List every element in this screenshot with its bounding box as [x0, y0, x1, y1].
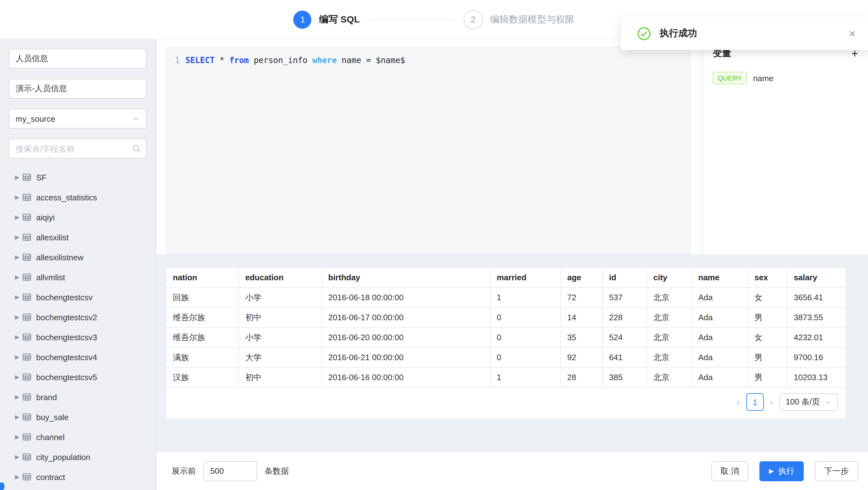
caret-right-icon[interactable]: ▶ [15, 314, 23, 320]
table-name: city_population [36, 452, 90, 462]
step-2[interactable]: 2 编辑数据模型与权限 [463, 10, 575, 29]
tree-item-bochengtestcsv3[interactable]: ▶bochengtestcsv3 [9, 327, 147, 347]
tree-item-buy_sale[interactable]: ▶buy_sale [9, 407, 147, 427]
toast-close-button[interactable]: × [849, 28, 856, 39]
tree-item-bochengtestcsv2[interactable]: ▶bochengtestcsv2 [9, 307, 147, 327]
caret-right-icon[interactable]: ▶ [15, 454, 23, 460]
dataset-name-input[interactable] [9, 49, 147, 69]
table-grid-icon [23, 233, 31, 242]
search-box [9, 139, 147, 158]
results-header-row: nationeducationbirthdaymarriedageidcityn… [166, 268, 846, 287]
variable-item[interactable]: QUERYname [713, 72, 858, 84]
caret-right-icon[interactable]: ▶ [15, 434, 23, 440]
column-header: name [692, 268, 748, 287]
variable-type-tag: QUERY [713, 72, 747, 84]
caret-right-icon[interactable]: ▶ [15, 474, 23, 480]
variable-list: QUERYname [713, 72, 858, 84]
table-cell: 2016-06-18 00:00:00 [322, 287, 490, 307]
step-1[interactable]: 1 编写 SQL [293, 10, 360, 28]
results-section: nationeducationbirthdaymarriedageidcityn… [157, 267, 868, 418]
table-cell: 男 [748, 307, 787, 327]
caret-right-icon[interactable]: ▶ [15, 254, 23, 260]
table-cell: 0 [490, 347, 561, 367]
tree-item-allvmlist[interactable]: ▶allvmlist [9, 267, 147, 287]
tree-item-aiqiyi[interactable]: ▶aiqiyi [9, 207, 147, 227]
table-cell: 男 [748, 367, 787, 387]
caret-right-icon[interactable]: ▶ [15, 174, 23, 180]
next-page-button[interactable]: › [770, 397, 773, 407]
table-cell: 35 [561, 327, 602, 347]
toast-message: 执行成功 [659, 27, 697, 39]
search-icon [132, 144, 141, 153]
tree-item-brand[interactable]: ▶brand [9, 387, 147, 407]
tree-item-bochengtestcsv[interactable]: ▶bochengtestcsv [9, 287, 147, 307]
caret-right-icon[interactable]: ▶ [15, 374, 23, 380]
prev-page-button[interactable]: ‹ [737, 397, 740, 407]
sql-token: person_info [249, 56, 313, 65]
caret-right-icon[interactable]: ▶ [15, 274, 23, 280]
table-row: 回族小学2016-06-18 00:00:00172537北京Ada女3656.… [166, 287, 846, 307]
page-size-select[interactable]: 100 条/页 [779, 393, 838, 411]
column-header: education [239, 268, 322, 287]
current-page-button[interactable]: 1 [746, 393, 764, 411]
tree-item-bochengtestcsv4[interactable]: ▶bochengtestcsv4 [9, 347, 147, 367]
page-size-value: 100 条/页 [786, 396, 820, 408]
upper-panel: 1 SELECT * from person_info where name =… [157, 39, 868, 254]
caret-right-icon[interactable]: ▶ [15, 234, 23, 240]
cancel-button[interactable]: 取 消 [711, 461, 748, 481]
sidebar-scroll-indicator[interactable] [0, 483, 4, 490]
step-2-label: 编辑数据模型与权限 [490, 13, 575, 25]
caret-right-icon[interactable]: ▶ [15, 294, 23, 300]
search-input[interactable] [9, 139, 147, 158]
tree-item-allesxilistnew[interactable]: ▶allesxilistnew [9, 247, 147, 267]
variable-name: name [753, 73, 773, 83]
caret-right-icon[interactable]: ▶ [15, 394, 23, 400]
datasource-select[interactable]: my_source [9, 109, 147, 129]
limit-input[interactable] [204, 461, 257, 481]
table-cell: 4232.01 [787, 327, 846, 347]
table-cell: 北京 [647, 367, 692, 387]
tree-item-SF[interactable]: ▶SF [9, 167, 147, 187]
table-grid-icon [23, 472, 31, 481]
sql-editor[interactable]: 1 SELECT * from person_info where name =… [157, 39, 702, 254]
table-cell: Ada [692, 367, 748, 387]
table-row: 汉族初中2016-06-16 00:00:00128385北京Ada男10203… [166, 367, 846, 387]
table-cell: 男 [748, 347, 787, 367]
caret-right-icon[interactable]: ▶ [15, 354, 23, 360]
caret-right-icon[interactable]: ▶ [15, 214, 23, 220]
table-grid-icon [23, 393, 31, 401]
execute-button[interactable]: ▶ 执行 [760, 461, 804, 481]
table-grid-icon [23, 333, 31, 341]
tree-item-channel[interactable]: ▶channel [9, 427, 147, 447]
step-2-number: 2 [463, 10, 483, 29]
tree-item-city_population[interactable]: ▶city_population [9, 447, 147, 467]
table-cell: 28 [561, 367, 602, 387]
caret-right-icon[interactable]: ▶ [15, 194, 23, 201]
table-tree: ▶SF▶access_statistics▶aiqiyi▶allesxilist… [9, 167, 147, 487]
column-header: nation [166, 268, 239, 287]
table-name: access_statistics [36, 192, 97, 202]
table-cell: 10203.13 [787, 367, 846, 387]
table-cell: 大学 [239, 347, 322, 367]
table-cell: Ada [692, 327, 748, 347]
caret-right-icon[interactable]: ▶ [15, 334, 23, 340]
column-header: age [561, 268, 602, 287]
pagination: ‹ 1 › 100 条/页 [166, 388, 845, 418]
sql-token: * [215, 56, 229, 65]
sql-tokens[interactable]: SELECT * from person_info where name = $… [185, 55, 405, 66]
sql-editor-surface[interactable]: 1 SELECT * from person_info where name =… [166, 47, 691, 254]
next-step-button[interactable]: 下一步 [815, 461, 858, 481]
tree-item-allesxilist[interactable]: ▶allesxilist [9, 227, 147, 247]
caret-right-icon[interactable]: ▶ [15, 414, 23, 420]
table-grid-icon [23, 353, 31, 361]
table-cell: 维吾尔族 [166, 327, 239, 347]
tree-item-bochengtestcsv5[interactable]: ▶bochengtestcsv5 [9, 367, 147, 387]
table-cell: 小学 [239, 287, 322, 307]
dataset-display-name-input[interactable] [9, 79, 147, 99]
table-grid-icon [23, 412, 31, 421]
tree-item-contract[interactable]: ▶contract [9, 467, 147, 487]
column-header: city [647, 268, 692, 287]
tree-item-access_statistics[interactable]: ▶access_statistics [9, 187, 147, 207]
chevron-down-icon [825, 399, 832, 405]
table-cell: 北京 [647, 347, 692, 367]
